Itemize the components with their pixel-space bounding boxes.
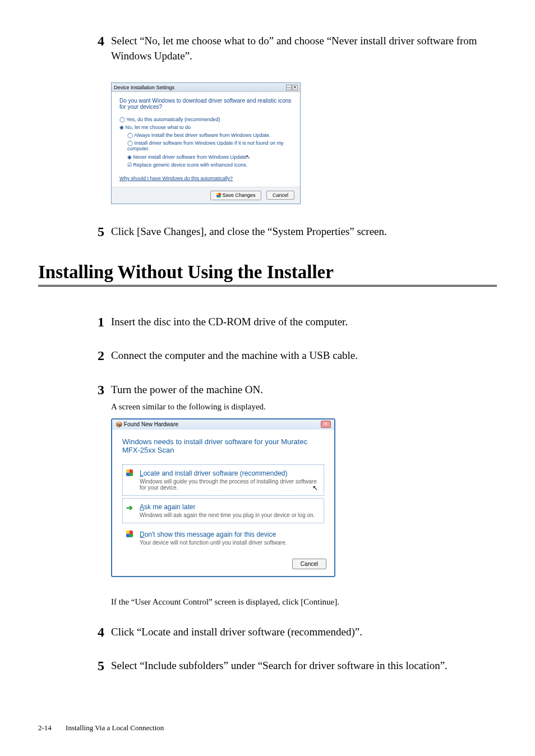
radio-no: ◉ No, let me choose what to do	[119, 125, 292, 130]
arrow-icon: ➔	[126, 503, 133, 512]
step-text: Select “No, let me choose what to do” an…	[111, 34, 497, 63]
page-footer: 2-14 Installing Via a Local Connection	[38, 723, 164, 732]
radio-yes: ◯ Yes, do this automatically (recommende…	[119, 117, 292, 122]
found-new-hardware-dialog: 📦 Found New Hardware ✕ Windows needs to …	[111, 418, 497, 577]
step-number: 3	[87, 382, 104, 397]
option-dont-show: Don't show this message again for this d…	[122, 525, 324, 551]
shield-icon	[126, 531, 133, 537]
option-locate-install: Locate and install driver software (reco…	[122, 464, 324, 496]
step-subtext: A screen similar to the following is dis…	[111, 401, 497, 413]
step-text: Turn the power of the machine ON. A scre…	[111, 382, 497, 413]
page-number: 2-14	[38, 723, 52, 732]
step-text: Click “Locate and install driver softwar…	[111, 625, 497, 640]
dialog-title: 📦 Found New Hardware	[116, 421, 178, 427]
footer-title: Installing Via a Local Connection	[66, 723, 164, 732]
shield-icon	[126, 469, 133, 476]
save-changes-button: Save Changes	[210, 191, 262, 200]
cursor-icon: ↖	[312, 484, 318, 492]
step-text: Insert the disc into the CD-ROM drive of…	[111, 315, 497, 330]
note-text: If the “User Account Control” screen is …	[111, 597, 497, 607]
close-icon: ✕	[321, 421, 331, 428]
step-number: 5	[87, 224, 104, 239]
dialog-prompt: Do you want Windows to download driver s…	[119, 98, 292, 110]
dialog-title: Device Installation Settings	[114, 85, 174, 90]
step-text: Connect the computer and the machine wit…	[111, 348, 497, 363]
radio-always: ◯ Always install the best driver softwar…	[127, 132, 292, 138]
cancel-button: Cancel	[292, 559, 326, 569]
step-number: 2	[87, 348, 104, 363]
option-ask-later: ➔ Ask me again later Windows will ask ag…	[122, 498, 324, 523]
step-number: 4	[87, 625, 104, 639]
step-text: Click [Save Changes], and close the “Sys…	[111, 224, 497, 239]
radio-install-if-not-found: ◯ Install driver software from Windows U…	[127, 140, 292, 151]
option-desc: Your device will not function until you …	[140, 540, 318, 546]
why-link: Why should I have Windows do this automa…	[119, 176, 292, 181]
step-text: Select “Include subfolders” under “Searc…	[111, 658, 497, 674]
step-number: 5	[87, 658, 104, 673]
section-heading: Installing Without Using the Installer	[38, 262, 497, 287]
dialog-heading: Windows needs to install driver software…	[122, 437, 324, 454]
cancel-button: Cancel	[266, 191, 294, 200]
step-number: 1	[87, 315, 104, 329]
device-install-settings-dialog: Device Installation Settings —✕ Do you w…	[111, 82, 497, 204]
window-buttons: —✕	[285, 84, 298, 90]
radio-never: ◉ Never install driver software from Win…	[127, 154, 292, 160]
option-desc: Windows will ask again the next time you…	[140, 512, 318, 518]
checkbox-replace-icons: ☑ Replace generic device icons with enha…	[127, 162, 292, 168]
option-desc: Windows will guide you through the proce…	[140, 478, 318, 491]
step-number: 4	[87, 34, 104, 48]
